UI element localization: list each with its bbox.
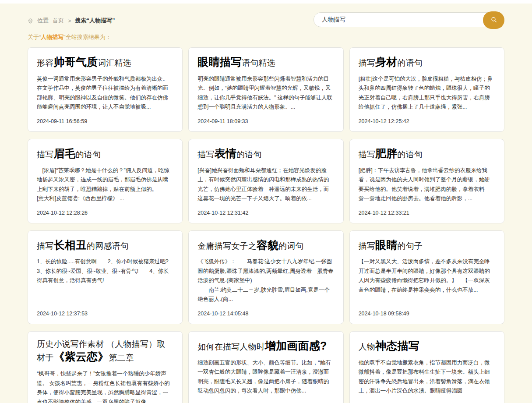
result-title: 描写眉毛的语句 xyxy=(37,146,173,161)
breadcrumb-location-label: 位置 xyxy=(37,17,49,25)
result-title: 描写长相丑的网感语句 xyxy=(37,238,173,253)
result-date: 2024-10-12 12:31:42 xyxy=(197,204,334,216)
result-date: 2024-10-12 12:25:42 xyxy=(359,112,495,124)
result-title: 人物神态描写 xyxy=(359,339,495,354)
result-title: 如何在描写人物时增加画面感? xyxy=(197,339,334,354)
result-title: 描写表情的语句 xyxy=(197,146,334,161)
result-excerpt: 细致刻画五官的形状、大小、颜色等细节。比如，“她有一双杏仁般的大眼睛，眼眸像是藏… xyxy=(197,358,334,396)
result-card[interactable]: 描写长相丑的网感语句 1、长的惊险.....有创意啊 2、你小时候被猪亲过吧? … xyxy=(28,230,183,324)
result-excerpt: 1、长的惊险.....有创意啊 2、你小时候被猪亲过吧? 3、你长的很~爱国、很… xyxy=(37,257,173,286)
result-excerpt: 明亮的眼睛通常被用来形容那些闪烁着智慧和活力的目光。例如，“她的眼睛里闪耀着智慧… xyxy=(197,74,334,112)
result-excerpt: 【一对又黑又大、活泼而多情，差不多从来没有完全睁开过而总是半开半闭的眼睛，好像那… xyxy=(359,257,495,295)
result-card[interactable]: 描写肥胖的语句 [肥胖]：下午去访李古鲁，他拿出香云纱的衣服来给我看，说是因为他… xyxy=(349,139,504,223)
result-excerpt: 英俊一词通常用来形容男子的外貌和气质都极为出众。在文学作品中，英俊的男子往往被描… xyxy=(37,74,173,112)
result-card[interactable]: 描写眼睛的句子 【一对又黑又大、活泼而多情，差不多从来没有完全睁开过而总是半开半… xyxy=(349,230,504,324)
search-keyword-highlight: 人物描写 xyxy=(41,34,63,40)
result-title: 金庸描写女子之容貌的词句 xyxy=(197,238,334,253)
result-excerpt: [浓眉]“苔莱季娜？她是干什么的？”佣人反问道，吃惊地扬起又浓又密，连成一线的眉… xyxy=(37,166,173,204)
result-card[interactable]: 眼睛描写语句精选 明亮的眼睛通常被用来形容那些闪烁着智慧和活力的目光。例如，“她… xyxy=(188,47,343,132)
search-bar xyxy=(314,12,504,27)
header: 位置 首页 > 搜索“人物描写” xyxy=(28,4,504,31)
content-area: 位置 首页 > 搜索“人物描写” 关于“人物 xyxy=(0,4,532,403)
result-title: 描写肥胖的语句 xyxy=(359,146,495,161)
results-grid: 形容帅哥气质词汇精选 英俊一词通常用来形容男子的外貌和气质都极为出众。在文学作品… xyxy=(28,47,504,403)
result-title: 描写身材的语句 xyxy=(359,55,495,70)
result-card[interactable]: 描写眉毛的语句 [浓眉]“苔莱季娜？她是干什么的？”佣人反问道，吃惊地扬起又浓又… xyxy=(28,139,183,223)
result-date: 2024-10-12 12:33:21 xyxy=(359,204,495,216)
result-card[interactable]: 描写身材的语句 [粗壮]这个是可怕的大汉，脸皮很粗糙，与桔皮相仿；鼻头和鼻的四周… xyxy=(349,47,504,132)
result-card[interactable]: 人物神态描写 他的双手不自觉地撅紧衣角，指节都因用力而泛白，微微颤抖着，像是要把… xyxy=(349,331,504,403)
search-input[interactable] xyxy=(314,12,504,27)
result-card[interactable]: 描写表情的语句 [兴奋]她兴奋得面颊和耳朵都通红；在她容光焕发的脸上，有时候突然… xyxy=(188,139,343,223)
result-excerpt: “枫哥哥，快些起来了！”女孩推着一个熟睡的少年娇声道。 女孩名叫芸惠，一身粉红色… xyxy=(37,369,173,403)
result-excerpt: [肥胖]：下午去访李古鲁，他拿出香云纱的衣服来给我看，说是因为他的夫人同时领到了… xyxy=(359,166,495,204)
result-card[interactable]: 历史小说写作素材 （人物描写）取材于《紫云恋》第二章 “枫哥哥，快些起来了！”女… xyxy=(28,331,183,403)
result-date: 2024-10-18 09:58:49 xyxy=(359,304,495,317)
location-pin-icon xyxy=(28,18,33,24)
result-date: 2024-09-11 18:09:33 xyxy=(197,112,334,124)
result-excerpt: [粗壮]这个是可怕的大汉，脸皮很粗糙，与桔皮相仿；鼻头和鼻的四周红得象转了色的蜡… xyxy=(359,74,495,112)
result-card[interactable]: 金庸描写女子之容貌的词句 《飞狐外传》： 马春花:这少女十八九岁年纪,一张圆圆的… xyxy=(188,230,343,324)
result-date: 2024-09-11 16:56:59 xyxy=(37,112,173,124)
result-title: 形容帅哥气质词汇精选 xyxy=(37,55,173,70)
result-card[interactable]: 形容帅哥气质词汇精选 英俊一词通常用来形容男子的外貌和气质都极为出众。在文学作品… xyxy=(28,47,183,132)
result-excerpt: 《飞狐外传》： 马春花:这少女十八九岁年纪,一张圆圆的鹅蛋脸,眼珠子黑漆漆的,两… xyxy=(197,257,334,304)
result-excerpt: [兴奋]她兴奋得面颊和耳朵都通红；在她容光焕发的脸上，有时候突然闪耀出感情的闪电… xyxy=(197,166,334,204)
result-summary-line: 关于“人物描写”全站搜索结果为： xyxy=(28,33,504,41)
result-excerpt: 他的双手不自觉地撅紧衣角，指节都因用力而泛白，微微颤抖着，像是要把那布料生生扯下… xyxy=(359,358,495,396)
page: 位置 首页 > 搜索“人物描写” 关于“人物 xyxy=(0,0,532,403)
magnifier-icon xyxy=(490,16,497,25)
result-date: 2024-10-12 14:05:48 xyxy=(197,304,334,317)
breadcrumb-current: 搜索“人物描写” xyxy=(75,17,115,25)
result-title: 描写眼睛的句子 xyxy=(359,238,495,253)
search-button[interactable] xyxy=(483,11,504,29)
breadcrumb-home-link[interactable]: 首页 xyxy=(53,17,64,25)
result-date: 2024-10-12 12:37:53 xyxy=(37,304,173,317)
result-date: 2024-10-12 12:28:26 xyxy=(37,204,173,216)
result-title: 历史小说写作素材 （人物描写）取材于《紫云恋》第二章 xyxy=(37,339,173,364)
breadcrumb-separator: > xyxy=(68,18,71,24)
result-card[interactable]: 如何在描写人物时增加画面感? 细致刻画五官的形状、大小、颜色等细节。比如，“她有… xyxy=(188,331,343,403)
result-title: 眼睛描写语句精选 xyxy=(197,55,334,70)
